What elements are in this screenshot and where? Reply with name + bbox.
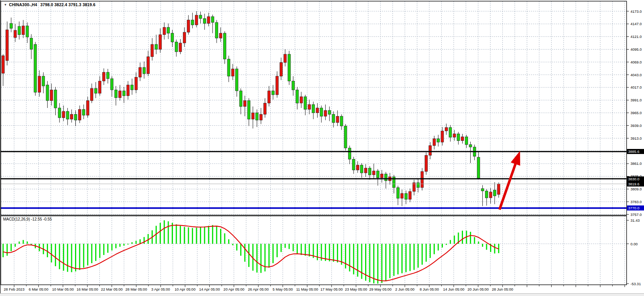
time-tick-label: 5 May 05:00 <box>273 287 293 292</box>
time-tick-label: 14 Apr 05:00 <box>199 287 220 292</box>
symbol-timeframe-label: CHINA300-,H4 <box>9 2 37 7</box>
symbol-dropdown-icon[interactable]: ▼ <box>4 3 7 7</box>
price-badge: 3770.0 <box>627 205 644 210</box>
price-tick-label: 3965.0 <box>630 111 642 115</box>
time-tick-label: 20 Apr 05:00 <box>224 287 244 292</box>
price-tick-label: 3913.0 <box>630 136 642 140</box>
window-bottom-edge <box>0 293 644 296</box>
price-badge: 3885.6 <box>627 149 644 154</box>
chart-window: ▼CHINA300-,H43798.0 3822.4 3791.3 3819.6… <box>0 0 644 296</box>
price-tick-label: 3757.0 <box>630 212 642 217</box>
time-tick-label: 28 Mar 05:00 <box>125 287 147 292</box>
time-tick-label: 10 Mar 05:00 <box>52 287 74 292</box>
price-tick-label: 3809.0 <box>630 187 642 191</box>
time-tick-label: 10 Apr 05:00 <box>175 287 196 292</box>
macd-tick-label: -53.31 <box>630 282 641 286</box>
time-tick-label: 14 Jun 05:00 <box>443 287 465 292</box>
macd-tick-label: 31.43 <box>630 218 640 222</box>
macd-tick-label: 0.00 <box>630 242 638 246</box>
time-tick-label: 29 May 05:00 <box>369 287 392 292</box>
time-tick-label: 26 Apr 05:00 <box>248 287 269 292</box>
chart-canvas[interactable] <box>0 0 644 296</box>
price-tick-label: 3783.0 <box>630 200 642 204</box>
time-tick-label: 6 Mar 05:00 <box>29 287 48 292</box>
price-badge: 3819.6 <box>627 181 644 186</box>
time-tick-label: 2 Jun 05:00 <box>395 287 415 292</box>
price-tick-label: 3939.0 <box>630 123 642 128</box>
time-tick-label: 28 Jun 05:00 <box>492 287 513 292</box>
chart-title: ▼CHINA300-,H43798.0 3822.4 3791.3 3819.6 <box>4 2 96 7</box>
price-tick-label: 4069.0 <box>630 60 642 64</box>
macd-indicator-label: MACD(12,26,9) -12.55 -0.55 <box>3 217 52 221</box>
price-tick-label: 3861.0 <box>630 161 642 166</box>
price-tick-label: 4173.0 <box>630 9 642 14</box>
price-tick-label: 4121.0 <box>630 34 642 39</box>
ohlc-values: 3798.0 3822.4 3791.3 3819.6 <box>40 2 96 7</box>
time-tick-label: 16 Mar 05:00 <box>77 287 98 292</box>
time-tick-label: 11 May 05:00 <box>296 287 318 292</box>
time-tick-label: 20 Jun 05:00 <box>468 287 489 292</box>
time-tick-label: 8 Jun 05:00 <box>420 287 439 292</box>
price-tick-label: 4043.0 <box>630 73 642 77</box>
time-tick-label: 17 May 05:00 <box>321 287 343 292</box>
price-tick-label: 4017.0 <box>630 85 642 89</box>
price-tick-label: 3991.0 <box>630 98 642 102</box>
price-tick-label: 4147.0 <box>630 22 642 26</box>
time-tick-label: 3 Apr 05:00 <box>151 287 170 292</box>
time-tick-label: 28 Feb 2023 <box>4 287 24 292</box>
price-tick-label: 4095.0 <box>630 47 642 51</box>
time-tick-label: 23 May 05:00 <box>345 287 367 292</box>
time-tick-label: 22 Mar 05:00 <box>101 287 123 292</box>
price-badge: 3830.0 <box>627 176 644 181</box>
